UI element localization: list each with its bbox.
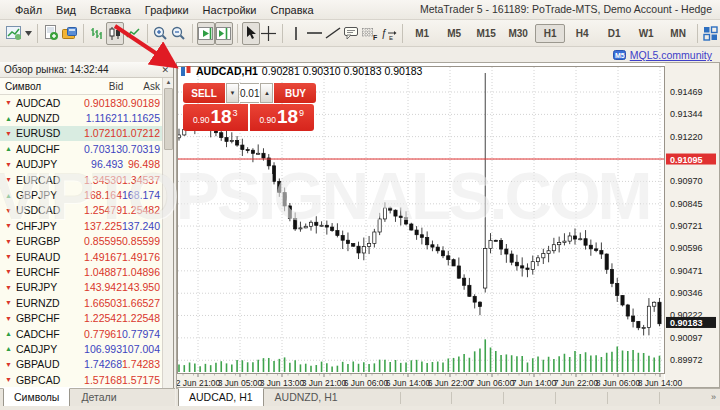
tab-символы[interactable]: Символы [3,388,70,407]
ask-value: 96.498 [123,158,162,170]
column-ask[interactable]: Ask [123,81,162,92]
buy-price-display[interactable]: 0.90 18 9 [249,104,315,131]
svg-text:0.91469: 0.91469 [670,87,703,97]
market-watch-row-GBPCHF[interactable]: ▼GBPCHF1.225421.22548 [0,310,162,325]
text-label-button[interactable] [342,22,360,45]
market-watch-row-GBPCAD[interactable]: ▼GBPCAD1.571681.57175 [0,372,162,387]
crosshair-button[interactable] [260,22,278,45]
ask-value: 137.240 [122,220,162,232]
cursor-button[interactable] [242,22,260,45]
timeframe-H1[interactable]: H1 [535,24,565,43]
menu-Настройки[interactable]: Настройки [196,2,264,18]
column-bid[interactable]: Bid [81,81,124,92]
fibonacci-button[interactable]: F [360,22,379,45]
symbol-cell: ▼AUDJPY [0,158,81,170]
bid-value: 0.77961 [80,328,122,340]
tile-windows-button[interactable] [702,22,720,45]
market-watch-row-CHFJPY[interactable]: ▼CHFJPY137.225137.240 [0,218,162,233]
market-watch-row-CADCHF[interactable]: ▲CADCHF0.779610.77974 [0,326,162,341]
market-watch-row-EURJPY[interactable]: ▼EURJPY143.942143.950 [0,280,162,295]
timeframe-M1[interactable]: M1 [407,24,437,43]
mql5-community-link[interactable]: M5 MQL5.community [613,49,712,61]
dropdown-caret-icon [25,31,32,36]
market-watch-row-EURUSD[interactable]: ▼EURUSD1.072101.07212 [0,126,162,141]
sell-price-display[interactable]: 0.90 18 3 [183,104,249,131]
market-watch-row-EURNZD[interactable]: ▼EURNZD1.665031.66527 [0,295,162,310]
auto-scroll-button[interactable] [197,22,215,45]
menu-Графики[interactable]: Графики [138,2,196,18]
scrollbar-thumb[interactable] [164,88,173,150]
menu-Файл[interactable]: Файл [8,2,49,18]
zoom-in-button[interactable] [151,22,169,45]
tab-детали[interactable]: Детали [70,389,127,407]
algo-trading-button[interactable] [60,22,79,45]
volume-input[interactable]: 0.01 [240,83,259,103]
vertical-line-button[interactable] [287,22,305,45]
zoom-out-button[interactable] [170,22,188,45]
buy-button[interactable]: BUY [274,83,316,103]
timeframe-H4[interactable]: H4 [567,24,597,43]
market-watch-row-AUDJPY[interactable]: ▼AUDJPY96.49396.498 [0,157,162,172]
ask-value: 1.22548 [122,312,162,324]
market-watch-row-USDCAD[interactable]: ▼USDCAD1.254791.25482 [0,203,162,218]
chart-tab-audnzd-h1[interactable]: AUDNZD, H1 [264,389,349,407]
market-watch-row-GBPJPY[interactable]: ▲GBPJPY168.164168.174 [0,187,162,202]
svg-text:7 Jun 22:00: 7 Jun 22:00 [554,378,599,387]
new-chart-dropdown[interactable] [24,22,33,45]
timeframe-group: M1M5M15M30H1H4D1W1MN [407,24,693,43]
chart-symbol-period: AUDCAD,H1 [196,65,258,77]
ask-value: 1.11625 [123,112,162,124]
market-watch-row-EURAUD[interactable]: ▼EURAUD1.491671.49176 [0,249,162,264]
line-chart-icon [126,26,141,41]
chart-shift-button[interactable] [215,22,233,45]
candles-chart-button[interactable] [106,22,124,45]
market-watch-rows: ▼AUDCAD0.901830.90189▲AUDNZD1.116211.116… [0,95,162,387]
bars-chart-icon [90,26,105,41]
market-watch-row-EURCHF[interactable]: ▼EURCHF1.048871.04896 [0,264,162,279]
indicators-button[interactable]: ƒE [379,22,398,45]
market-watch-scrollbar[interactable]: ▲ ▼ [162,78,173,410]
price-up-icon: ▲ [5,192,12,199]
scroll-up-icon[interactable]: ▲ [164,78,173,87]
symbol-name: GBPCHF [16,312,60,324]
new-chart-button[interactable] [5,22,24,45]
market-watch-row-EURCAD[interactable]: ▼EURCAD1.345301.34537 [0,172,162,187]
market-watch-row-AUDCHF[interactable]: ▲AUDCHF0.703130.70319 [0,141,162,156]
timeframe-W1[interactable]: W1 [631,24,661,43]
trendline-button[interactable] [324,22,342,45]
chart-tab-audcad-h1[interactable]: AUDCAD, H1 [178,388,264,407]
horizontal-line-button[interactable] [305,22,324,45]
symbol-name: AUDCHF [16,143,60,155]
column-symbol[interactable]: Символ [0,81,81,92]
close-icon[interactable]: ✕ [161,65,169,75]
symbol-name: GBPCAD [16,374,60,386]
menu-Справка[interactable]: Справка [264,2,321,18]
volume-increase-button[interactable]: ▲ [260,83,273,103]
sell-button[interactable]: SELL [183,83,225,103]
price-down-icon: ▼ [5,361,12,368]
svg-text:0.89972: 0.89972 [670,355,703,365]
bid-value: 96.493 [81,158,124,170]
timeframe-M15[interactable]: M15 [471,24,501,43]
candles-chart-icon [108,26,123,41]
market-watch-row-GBPAUD[interactable]: ▼GBPAUD1.742681.74283 [0,357,162,372]
toolbar-separator [37,24,38,43]
timeframe-D1[interactable]: D1 [599,24,629,43]
volume-decrease-button[interactable]: ▼ [226,83,239,103]
new-order-button[interactable] [42,22,60,45]
line-chart-button[interactable] [124,22,142,45]
market-watch-row-EURGBP[interactable]: ▼EURGBP0.855950.85599 [0,234,162,249]
market-watch-row-CADJPY[interactable]: ▲CADJPY106.993107.004 [0,341,162,356]
bars-chart-button[interactable] [88,22,106,45]
bottom-strip [0,406,720,410]
tabs-more-icon[interactable]: » [711,389,720,402]
market-watch-row-AUDNZD[interactable]: ▲AUDNZD1.116211.11625 [0,110,162,125]
market-watch-row-AUDCAD[interactable]: ▼AUDCAD0.901830.90189 [0,95,162,110]
timeframe-MN[interactable]: MN [663,24,693,43]
menu-Вид[interactable]: Вид [49,2,83,18]
ask-value: 168.174 [122,189,162,201]
menu-Вставка[interactable]: Вставка [83,2,138,18]
symbol-name: EURGBP [16,235,60,247]
timeframe-M5[interactable]: M5 [439,24,469,43]
timeframe-M30[interactable]: M30 [503,24,533,43]
